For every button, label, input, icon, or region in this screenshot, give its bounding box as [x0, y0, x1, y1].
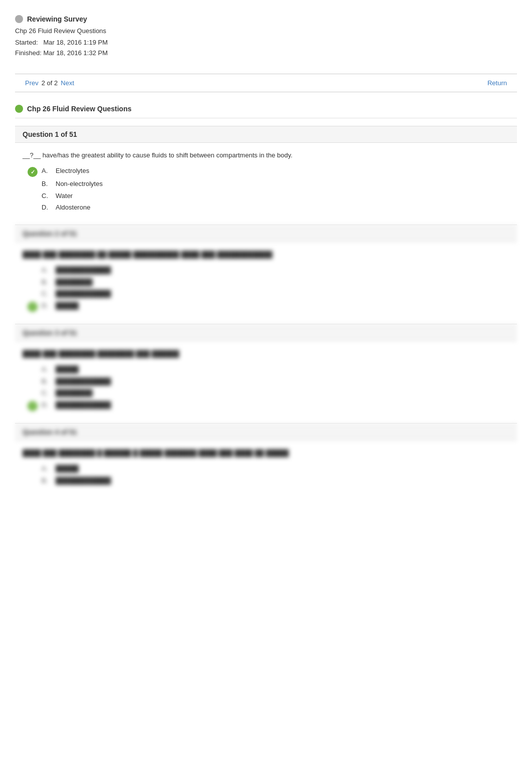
question-1-block: Question 1 of 51 __?__ have/has the grea… — [15, 126, 517, 225]
answer-1-c: C. Water — [28, 191, 509, 201]
question-2-answers: A. ████████████ B. ████████ C. █████████… — [23, 265, 509, 312]
question-3-header: Question 3 of 51 — [15, 324, 517, 341]
answer-2-text-c: ████████████ — [56, 289, 111, 299]
answer-2-b: B. ████████ — [28, 277, 509, 287]
prev-link[interactable]: Prev — [25, 79, 39, 87]
question-4-header: Question 4 of 51 — [15, 424, 517, 441]
answer-1-a: A. Electrolytes — [28, 166, 509, 177]
answer-text-d: Aldosterone — [56, 203, 90, 213]
started-value: Mar 18, 2016 1:19 PM — [43, 39, 108, 46]
answer-text-b: Non-electrolytes — [56, 179, 103, 189]
section-header: Chp 26 Fluid Review Questions — [15, 100, 517, 118]
question-2-header: Question 2 of 51 — [15, 225, 517, 242]
answer-text-a: Electrolytes — [56, 166, 89, 176]
question-3-body: ████ ███ ████████ ████████ ███ ██████ A.… — [15, 341, 517, 423]
question-4-text: ████ ███ ████████ █ ██████ █ █████ █████… — [23, 448, 509, 458]
correct-indicator-2d — [28, 302, 38, 312]
question-1-answers: A. Electrolytes B. Non-electrolytes C. W… — [23, 166, 509, 213]
question-4-answers: A. █████ B. ████████████ — [23, 464, 509, 485]
correct-indicator-a — [28, 167, 38, 177]
survey-subtitle: Chp 26 Fluid Review Questions — [15, 27, 517, 35]
section-title: Chp 26 Fluid Review Questions — [27, 105, 131, 113]
answer-1-d: D. Aldosterone — [28, 203, 509, 213]
finished-value: Mar 18, 2016 1:32 PM — [43, 49, 108, 57]
answer-2-text-d: █████ — [56, 301, 79, 311]
answer-4-a: A. █████ — [28, 464, 509, 474]
header-section: Reviewing Survey Chp 26 Fluid Review Que… — [15, 10, 517, 66]
answer-letter-d: D. — [42, 203, 52, 213]
answer-2-c: C. ████████████ — [28, 289, 509, 299]
finished-label: Finished: — [15, 49, 42, 57]
question-3-block: Question 3 of 51 ████ ███ ████████ █████… — [15, 324, 517, 423]
answer-2-d: D. █████ — [28, 301, 509, 312]
answer-text-c: Water — [56, 191, 73, 201]
question-3-text: ████ ███ ████████ ████████ ███ ██████ — [23, 349, 509, 359]
question-4-body: ████ ███ ████████ █ ██████ █ █████ █████… — [15, 441, 517, 498]
return-link[interactable]: Return — [487, 79, 507, 87]
question-1-body: __?__ have/has the greatest ability to c… — [15, 143, 517, 225]
answer-2-a: A. ████████████ — [28, 265, 509, 275]
answer-3-a: A. █████ — [28, 364, 509, 374]
question-2-text: ████ ███ ████████ ██ █████ ██████████ ██… — [23, 250, 509, 260]
answer-letter-c: C. — [42, 191, 52, 201]
answer-3-c: C. ████████ — [28, 388, 509, 398]
question-1-text: __?__ have/has the greatest ability to c… — [23, 150, 509, 160]
reviewing-title: Reviewing Survey — [15, 15, 517, 23]
answer-3-b: B. ████████████ — [28, 376, 509, 386]
answer-4-b: B. ████████████ — [28, 476, 509, 486]
finished-row: Finished: Mar 18, 2016 1:32 PM — [15, 48, 517, 59]
next-link[interactable]: Next — [61, 79, 74, 87]
reviewing-label: Reviewing Survey — [27, 15, 87, 23]
answer-letter-b: B. — [42, 179, 52, 189]
answer-3-d: D. ████████████ — [28, 400, 509, 411]
page-wrapper: Reviewing Survey Chp 26 Fluid Review Que… — [0, 0, 532, 507]
timestamps: Started: Mar 18, 2016 1:19 PM Finished: … — [15, 38, 517, 59]
answer-1-b: B. Non-electrolytes — [28, 179, 509, 189]
reviewing-icon — [15, 15, 23, 23]
question-2-block: Question 2 of 51 ████ ███ ████████ ██ ██… — [15, 225, 517, 324]
correct-indicator-3d — [28, 401, 38, 411]
question-1-header: Question 1 of 51 — [15, 126, 517, 143]
answer-2-text-b: ████████ — [56, 277, 93, 287]
section-icon — [15, 105, 23, 113]
question-4-block: Question 4 of 51 ████ ███ ████████ █ ███… — [15, 424, 517, 498]
nav-bar: Prev 2 of 2 Next Return — [15, 74, 517, 92]
question-2-body: ████ ███ ████████ ██ █████ ██████████ ██… — [15, 242, 517, 324]
answer-2-text-a: ████████████ — [56, 265, 111, 275]
answer-letter-a: A. — [42, 166, 52, 176]
started-row: Started: Mar 18, 2016 1:19 PM — [15, 38, 517, 48]
question-3-answers: A. █████ B. ████████████ C. ████████ D. … — [23, 364, 509, 411]
started-label: Started: — [15, 39, 38, 46]
page-info: 2 of 2 — [42, 79, 58, 87]
